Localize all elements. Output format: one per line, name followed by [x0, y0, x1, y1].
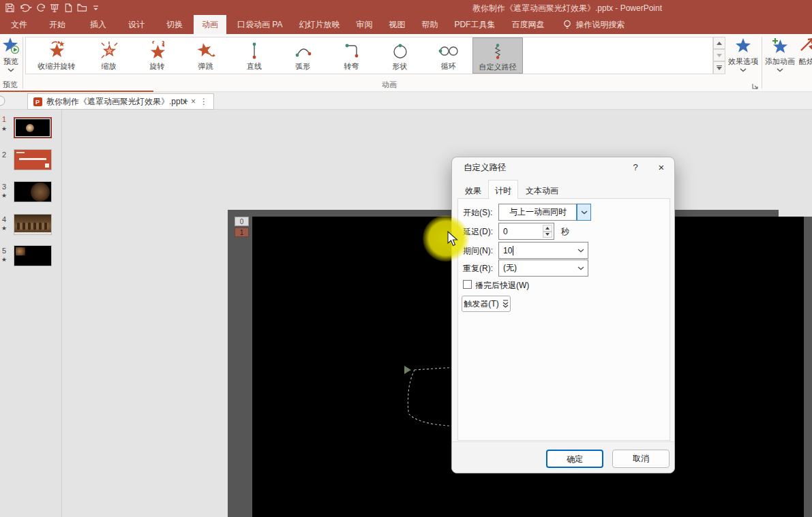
- preview-star-icon: [2, 37, 20, 54]
- ribbon-tab-pocket-animation[interactable]: 口袋动画 PA: [229, 15, 290, 34]
- duration-field-label: 期间(N):: [463, 245, 493, 257]
- gallery-item-loop-path[interactable]: 循环: [424, 37, 472, 74]
- cool-animation-button[interactable]: 酷炫: [799, 37, 812, 67]
- delay-spinbox[interactable]: 0: [498, 223, 554, 240]
- gallery-item-turn-path[interactable]: 转弯: [327, 37, 376, 74]
- ribbon-tab-slideshow[interactable]: 幻灯片放映: [290, 15, 348, 34]
- ribbon-tab-file[interactable]: 文件: [3, 15, 35, 34]
- animation-sequence-badge-1[interactable]: 1: [235, 228, 249, 237]
- title-bar: 教你制作《遮罩动画聚光灯效果》.pptx - PowerPoint: [0, 0, 812, 15]
- zoom-star-icon: [99, 41, 119, 60]
- tell-me-label: 操作说明搜索: [575, 19, 625, 31]
- gallery-item-spin[interactable]: 旋转: [133, 37, 181, 74]
- turn-path-icon: [342, 41, 362, 60]
- tab-bar-sidebar-icon[interactable]: [0, 95, 7, 106]
- chevron-down-icon[interactable]: [577, 204, 590, 220]
- dialog-tab-effect[interactable]: 效果: [459, 183, 487, 198]
- effect-options-star-icon: [734, 37, 752, 54]
- svg-text:P: P: [35, 99, 40, 106]
- tab-more-icon[interactable]: ⋮: [200, 97, 208, 106]
- gallery-more-button[interactable]: [713, 61, 725, 74]
- gallery-scroll-down-button[interactable]: [713, 49, 725, 61]
- ribbon-tab-animations[interactable]: 动画: [194, 15, 226, 34]
- dialog-tab-timing[interactable]: 计时: [488, 180, 518, 199]
- dialog-close-icon[interactable]: ×: [654, 161, 669, 174]
- animation-star-icon: ★: [1, 192, 7, 199]
- ribbon-tab-row: 文件 开始 插入 设计 切换 动画 口袋动画 PA 幻灯片放映 审阅 视图 帮助…: [0, 15, 812, 34]
- repeat-combobox[interactable]: (无): [498, 260, 588, 277]
- arc-path-icon: [293, 41, 314, 60]
- animation-star-icon: ★: [1, 225, 7, 232]
- ribbon-tab-transitions[interactable]: 切换: [158, 15, 191, 34]
- ribbon-tab-pdf-tools[interactable]: PDF工具集: [446, 15, 503, 34]
- chevron-down-icon[interactable]: [574, 242, 588, 258]
- ribbon-tab-help[interactable]: 帮助: [413, 15, 446, 34]
- shape-path-icon: [390, 41, 410, 60]
- new-tab-button[interactable]: +: [179, 94, 192, 108]
- ribbon-tab-baidu-pan[interactable]: 百度网盘: [503, 15, 552, 34]
- redo-icon[interactable]: [34, 0, 48, 15]
- gallery-item-arc-path[interactable]: 弧形: [279, 37, 327, 74]
- rewind-checkbox[interactable]: [463, 280, 472, 289]
- chevron-down-icon[interactable]: [574, 260, 588, 276]
- open-folder-icon[interactable]: [75, 0, 89, 15]
- repeat-field-label: 重复(R):: [463, 263, 493, 275]
- gallery-item-custom-path[interactable]: 自定义路径: [472, 37, 523, 74]
- spin-star-icon: [147, 41, 168, 60]
- slide-thumbnail-3[interactable]: [14, 181, 52, 202]
- duration-combobox[interactable]: 10: [498, 242, 588, 259]
- gallery-item-bounce[interactable]: 弹跳: [181, 37, 230, 74]
- dialog-title: 自定义路径: [464, 162, 507, 174]
- bounce-star-icon: [196, 41, 216, 60]
- add-animation-star-icon: [771, 37, 789, 54]
- spin-down-button[interactable]: [543, 232, 552, 238]
- gallery-item-zoom[interactable]: 缩放: [85, 37, 133, 74]
- cancel-button[interactable]: 取消: [612, 450, 670, 468]
- ribbon-tab-review[interactable]: 审阅: [348, 15, 380, 34]
- undo-icon[interactable]: [16, 0, 34, 15]
- slide-thumbnail-4[interactable]: [14, 214, 52, 235]
- animation-sequence-badge-0[interactable]: 0: [235, 217, 249, 226]
- slide-thumbnail-1[interactable]: [14, 117, 52, 138]
- start-slideshow-icon[interactable]: [48, 0, 61, 15]
- text-caret: [513, 246, 513, 255]
- gallery-item-grow-turn[interactable]: 收缩并旋转: [29, 37, 85, 74]
- rewind-checkbox-label: 播完后快退(W): [475, 280, 529, 292]
- preview-button[interactable]: 预览: [0, 37, 25, 72]
- customize-qat-icon[interactable]: [89, 0, 102, 15]
- ribbon-tab-design[interactable]: 设计: [120, 15, 153, 34]
- save-icon[interactable]: [3, 0, 16, 15]
- chevron-down-icon: [7, 68, 14, 72]
- ribbon-tab-view[interactable]: 视图: [380, 15, 413, 34]
- cool-animation-icon: [799, 37, 812, 54]
- path-start-marker-icon: [404, 366, 411, 374]
- gallery-item-line-path[interactable]: 直线: [230, 37, 279, 74]
- mouse-cursor: [447, 231, 459, 247]
- tell-me-search[interactable]: 操作说明搜索: [563, 15, 625, 34]
- preview-button-label: 预览: [0, 57, 25, 67]
- gallery-item-shape-path[interactable]: 形状: [376, 37, 424, 74]
- dialog-tab-text-animation[interactable]: 文本动画: [520, 183, 565, 198]
- powerpoint-file-icon: P: [33, 97, 42, 106]
- gallery-scroll-up-button[interactable]: [713, 37, 725, 49]
- spin-up-button[interactable]: [543, 225, 552, 232]
- triggers-button[interactable]: 触发器(T): [462, 296, 511, 312]
- delay-spinner: [543, 225, 552, 238]
- dialog-help-icon[interactable]: ?: [628, 161, 643, 174]
- add-animation-button[interactable]: 添加动画: [764, 37, 796, 72]
- ok-button[interactable]: 确定: [546, 450, 603, 468]
- gallery-item-label: 旋转: [150, 61, 165, 72]
- slide-number: 2: [2, 151, 6, 159]
- ribbon-tab-home[interactable]: 开始: [41, 15, 74, 34]
- preview-group-label: 预览: [3, 80, 18, 90]
- new-file-icon[interactable]: [61, 0, 75, 15]
- effect-options-button[interactable]: 效果选项: [727, 37, 760, 72]
- animation-dialog-launcher-icon[interactable]: [752, 83, 758, 89]
- start-combobox[interactable]: 与上一动画同时: [498, 204, 591, 221]
- delay-field-label: 延迟(D):: [463, 226, 493, 238]
- slide-thumbnail-5[interactable]: [14, 245, 52, 266]
- slide-number: 4: [2, 215, 6, 223]
- ribbon-tab-insert[interactable]: 插入: [82, 15, 115, 34]
- gallery-item-label: 收缩并旋转: [38, 61, 76, 72]
- slide-thumbnail-2[interactable]: [14, 149, 52, 170]
